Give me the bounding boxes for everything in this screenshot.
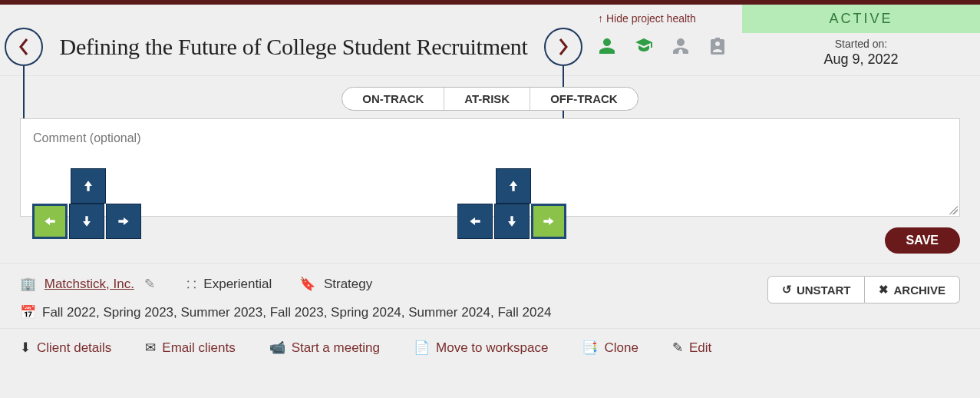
action-label: Clone [604,340,638,356]
mail-icon: ✉ [145,340,156,356]
arrow-up-icon[interactable] [71,168,106,204]
hide-health-toggle[interactable]: ↑ Hide project health [598,12,696,25]
status-badge: ACTIVE [742,5,980,33]
action-label: Move to workspace [436,340,548,356]
building-icon: 🏢 [20,277,36,291]
started-date: Aug 9, 2022 [742,51,980,68]
email-clients-action[interactable]: ✉ Email clients [145,340,235,356]
segment-on-track[interactable]: ON-TRACK [342,88,444,110]
move-workspace-action[interactable]: 📄 Move to workspace [414,340,548,356]
id-badge-icon[interactable] [708,37,727,58]
track-status-toggle[interactable]: ON-TRACK AT-RISK OFF-TRACK [342,87,638,111]
undo-icon: ↺ [782,283,792,297]
file-move-icon: 📄 [414,340,430,356]
action-label: Email clients [162,340,235,356]
page-title: Defining the Future of College Student R… [58,34,529,60]
arrow-left-icon[interactable] [32,204,68,239]
arrow-down-icon[interactable] [69,204,104,239]
save-button[interactable]: SAVE [885,227,960,254]
video-icon: 📹 [269,340,285,356]
next-button[interactable] [544,28,582,66]
arrow-up-icon[interactable] [496,168,531,204]
arrow-up-icon: ↑ [598,12,603,25]
archive-button[interactable]: ✖ ARCHIVE [865,276,960,303]
category-row: ⸬ Experiential [187,277,272,292]
segment-at-risk[interactable]: AT-RISK [444,88,530,110]
dpad-tooltip-left [32,168,144,239]
segment-off-track[interactable]: OFF-TRACK [530,88,637,110]
clone-action[interactable]: 📑 Clone [582,340,638,356]
start-meeting-action[interactable]: 📹 Start a meeting [269,340,380,356]
person-icon[interactable] [598,37,616,58]
bookmark-icon: 🔖 [299,277,315,291]
action-label: Edit [689,340,711,356]
org-row: 🏢 Matchstick, Inc. ✎ [20,276,160,292]
terms-text: Fall 2022, Spring 2023, Summer 2023, Fal… [42,305,551,320]
pencil-icon: ✎ [672,340,683,356]
action-label: Start a meeting [292,340,380,356]
client-details-action[interactable]: ⬇ Client details [20,340,111,356]
resize-handle-icon[interactable] [949,205,958,214]
copy-icon: 📑 [582,340,598,356]
calendar-icon: 📅 [20,304,36,320]
archive-label: ARCHIVE [893,284,945,297]
graduate-icon[interactable] [635,37,653,58]
tag-row: 🔖 Strategy [299,276,372,292]
prev-button[interactable] [5,28,43,66]
pencil-icon[interactable]: ✎ [144,277,155,291]
arrow-down-icon[interactable] [494,204,530,239]
hide-health-label: Hide project health [606,12,696,25]
edit-action[interactable]: ✎ Edit [672,340,711,356]
org-link[interactable]: Matchstick, Inc. [45,277,134,291]
close-icon: ✖ [879,283,889,297]
unstart-label: UNSTART [797,284,851,297]
business-icon[interactable] [671,37,690,58]
arrow-left-icon[interactable] [457,204,493,239]
download-icon: ⬇ [20,340,31,356]
action-label: Client details [37,340,111,356]
flow-icon: ⸬ [187,277,196,291]
dpad-tooltip-right [457,168,569,239]
unstart-button[interactable]: ↺ UNSTART [767,276,866,303]
tag-label: Strategy [324,277,372,291]
arrow-right-icon[interactable] [531,204,566,239]
started-on-label: Started on: [742,38,980,50]
arrow-right-icon[interactable] [106,204,141,239]
category-label: Experiential [203,277,272,291]
